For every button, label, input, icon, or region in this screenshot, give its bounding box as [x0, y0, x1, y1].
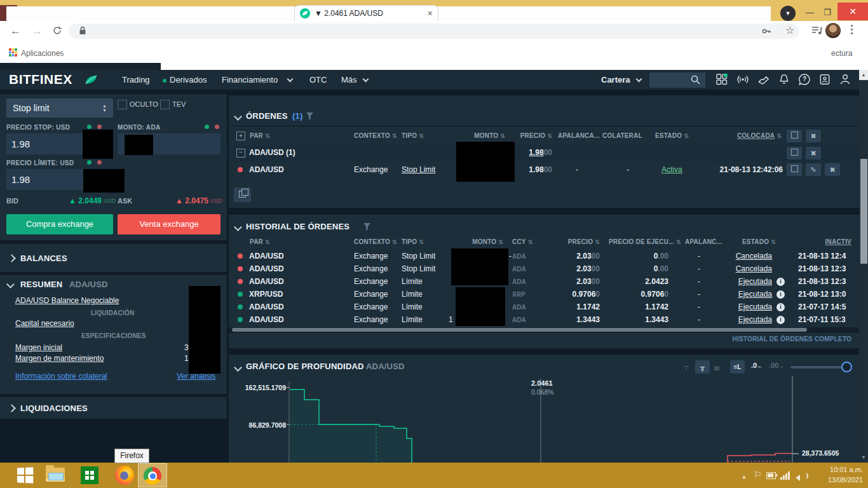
- depth-tool-icon[interactable]: ┬: [684, 362, 689, 370]
- avatar[interactable]: [825, 23, 841, 38]
- row-cancel-button[interactable]: ✖: [825, 163, 840, 176]
- margen-mantenimiento-link[interactable]: Margen de mantenimiento: [15, 354, 104, 363]
- tray-clock-time[interactable]: 10:01 a.m.: [815, 466, 863, 473]
- scrollbar-down-button[interactable]: ▼: [859, 452, 868, 463]
- hcol-monto[interactable]: MONTO⇅: [438, 238, 503, 245]
- col-par[interactable]: PAR⇅: [250, 132, 270, 139]
- scrollbar-thumb[interactable]: [860, 159, 867, 264]
- history-row[interactable]: ADA/USD Exchange Límite ADA 2.0300 2.042…: [229, 275, 859, 288]
- buy-exchange-button[interactable]: Compra exchange: [6, 214, 113, 234]
- history-row[interactable]: ADA/USD Exchange Límite 1 ADA 1.3443 1.3…: [229, 313, 859, 326]
- chevron-down-icon[interactable]: [6, 280, 15, 288]
- tab-close-icon[interactable]: ×: [428, 9, 433, 18]
- capital-necesario-link[interactable]: Capital necesario: [15, 319, 74, 328]
- horizontal-scrollbar[interactable]: [229, 327, 859, 333]
- row-edit-pencil-icon[interactable]: ✎: [806, 163, 821, 176]
- chrome-taskbar-button[interactable]: [138, 463, 167, 487]
- hcol-apalanc[interactable]: APALANC...: [685, 238, 722, 245]
- order-row[interactable]: ADA/USD Exchange Stop Limit -1 1.9800 - …: [229, 161, 859, 179]
- hcol-precio[interactable]: PRECIO⇅: [546, 238, 600, 245]
- history-row[interactable]: ADA/USD Exchange Stop Limit ADA 2.0300 0…: [229, 262, 859, 275]
- h-status[interactable]: Cancelada: [709, 264, 772, 273]
- col-contexto[interactable]: CONTEXTO⇅: [354, 132, 397, 139]
- window-minimize-button[interactable]: —: [806, 8, 814, 17]
- account-person-icon[interactable]: [839, 73, 851, 86]
- address-bar[interactable]: [69, 24, 799, 39]
- window-close-button[interactable]: ✕: [837, 3, 868, 20]
- password-key-icon[interactable]: [761, 26, 771, 36]
- info-icon[interactable]: i: [776, 278, 785, 286]
- h-status[interactable]: Ejecutada: [709, 277, 772, 286]
- filter-funnel-icon[interactable]: [363, 223, 370, 231]
- pop-out-copy-icon[interactable]: [234, 187, 251, 202]
- balances-panel[interactable]: BALANCES: [0, 244, 227, 272]
- nav-item-trading[interactable]: Trading: [122, 75, 150, 85]
- hcol-par[interactable]: PAR⇅: [250, 238, 270, 245]
- nav-item-otc[interactable]: OTC: [309, 75, 327, 85]
- battery-icon[interactable]: [766, 472, 776, 479]
- col-precio[interactable]: PRECIO⇅: [496, 132, 552, 139]
- tev-checkbox[interactable]: [160, 100, 170, 109]
- col-apalanca[interactable]: APALANCA...: [558, 132, 600, 139]
- cancel-all-button[interactable]: ✖: [806, 130, 821, 142]
- oculto-checkbox[interactable]: [118, 100, 127, 109]
- back-icon[interactable]: ←: [10, 25, 21, 37]
- select-all-button[interactable]: [787, 130, 802, 142]
- chevron-down-icon[interactable]: [234, 223, 242, 231]
- browser-tab[interactable]: ▼ 2.0461 ADA/USD ×: [294, 5, 438, 21]
- volume-icon[interactable]: [796, 472, 808, 484]
- window-restore-button[interactable]: ❐: [824, 8, 831, 17]
- depth-style-active-icon[interactable]: ╥: [695, 360, 710, 374]
- chevron-down-icon[interactable]: [234, 363, 242, 372]
- contacts-book-icon[interactable]: [818, 73, 831, 86]
- info-icon[interactable]: i: [776, 303, 785, 311]
- order-group-row[interactable]: − ADA/USD (1) - 1.9800 ✖: [229, 145, 859, 161]
- history-row[interactable]: ADA/USD Exchange Límite ADA 1.1742 1.174…: [229, 301, 859, 313]
- hcol-contexto[interactable]: CONTEXTO⇅: [354, 238, 397, 245]
- hscroll-thumb[interactable]: [232, 328, 807, 332]
- notifications-bell-icon[interactable]: [778, 73, 790, 86]
- h-status[interactable]: Ejecutada: [709, 302, 772, 311]
- h-status[interactable]: Ejecutada: [709, 315, 772, 324]
- zoom-slider[interactable]: [790, 366, 849, 369]
- scrollbar-up-button[interactable]: ▲: [859, 70, 868, 80]
- firefox-icon[interactable]: [115, 466, 134, 485]
- search-icon[interactable]: [690, 74, 701, 85]
- windows-store-icon[interactable]: [81, 466, 98, 484]
- affiliates-hand-icon[interactable]: [757, 73, 770, 86]
- hcol-estado[interactable]: ESTADO⇅: [742, 238, 776, 245]
- history-row[interactable]: ADA/USD Exchange Stop Limit - ADA 2.0300…: [229, 250, 859, 262]
- zoom-slider-handle[interactable]: [841, 362, 852, 372]
- scrollbar-track[interactable]: [859, 80, 868, 452]
- row-select-button[interactable]: [787, 163, 802, 176]
- sell-exchange-button[interactable]: Venta exchange: [118, 214, 220, 234]
- bookmark-star-icon[interactable]: ☆: [785, 24, 794, 36]
- platforms-grid-icon[interactable]: [715, 73, 728, 86]
- depth-layout-icon[interactable]: ≡L: [730, 360, 745, 374]
- tray-show-hidden-icon[interactable]: ▲: [742, 474, 747, 480]
- reading-list-label[interactable]: ectura: [831, 49, 852, 58]
- hcol-precio-ejec[interactable]: PRECIO DE EJECU...⇅: [609, 238, 681, 245]
- action-center-flag-icon[interactable]: ⚐: [754, 470, 762, 480]
- history-row[interactable]: XRP/USD Exchange Límite XRP 0.97060 0.97…: [229, 288, 859, 301]
- col-colateral[interactable]: COLATERAL: [602, 132, 642, 139]
- apps-grid-icon[interactable]: [9, 48, 17, 57]
- nav-item-cartera[interactable]: Cartera: [601, 75, 630, 85]
- full-history-link[interactable]: HISTORIAL DE ÓRDENES COMPLETO: [674, 336, 851, 342]
- order-type-select[interactable]: Stop limit ▲▼: [6, 98, 113, 118]
- depth-tool-icon[interactable]: ▄: [714, 362, 719, 370]
- col-tipo[interactable]: TIPO⇅: [402, 132, 424, 139]
- browser-menu-icon[interactable]: [851, 25, 853, 34]
- col-estado[interactable]: ESTADO⇅: [655, 132, 689, 139]
- tray-clock-date[interactable]: 13/08/2021: [815, 476, 863, 484]
- help-icon[interactable]: ?: [798, 73, 811, 86]
- balance-negociable-link[interactable]: ADA/USD Balance Negociable: [15, 296, 119, 305]
- h-status[interactable]: Cancelada: [709, 252, 772, 261]
- decimal-decrease-button[interactable]: .0←: [751, 362, 763, 369]
- info-icon[interactable]: i: [776, 290, 785, 299]
- order-status[interactable]: Activa: [661, 165, 682, 174]
- group-select-button[interactable]: [787, 147, 802, 159]
- margen-inicial-link[interactable]: Margen inicial: [15, 343, 62, 352]
- nav-item-mas[interactable]: Más: [341, 75, 357, 85]
- filter-funnel-icon[interactable]: [306, 112, 313, 120]
